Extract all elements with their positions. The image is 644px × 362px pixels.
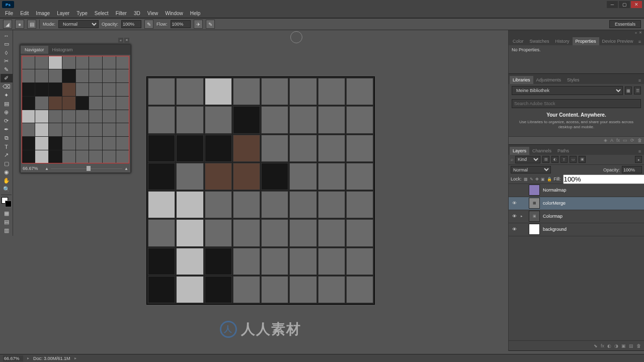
menu-window[interactable]: Window — [162, 10, 186, 17]
screenmode-0-icon[interactable]: ▦ — [1, 209, 13, 218]
lock-artboard-icon[interactable]: ▣ — [541, 175, 545, 183]
status-zoom-input[interactable] — [3, 355, 23, 361]
layer-thumbnail[interactable]: ▣ — [529, 211, 540, 222]
lock-transparent-icon[interactable]: ▩ — [524, 175, 528, 183]
tool-preset-icon[interactable]: ◢ — [3, 20, 12, 29]
opacity-input[interactable] — [121, 20, 141, 28]
navigator-viewbox[interactable] — [22, 56, 129, 163]
layer-mask-icon[interactable]: ◐ — [607, 343, 611, 348]
collapse-icon[interactable]: « — [635, 31, 637, 35]
navigator-zoom-value[interactable]: 66.67% — [23, 166, 43, 171]
layer-row-normalmap[interactable]: Normalmap — [509, 184, 644, 197]
navigator-zoom-slider[interactable] — [51, 168, 122, 169]
layer-link-icon[interactable]: ⬊ — [594, 343, 598, 348]
layer-row-colormerge[interactable]: 👁▦colorMerge — [509, 197, 644, 210]
menu-3d[interactable]: 3D — [131, 10, 143, 17]
layer-new-icon[interactable]: ▤ — [629, 343, 633, 348]
visibility-icon[interactable]: 👁 — [511, 213, 518, 220]
layer-thumbnail[interactable]: ▦ — [529, 198, 540, 209]
library-search-input[interactable] — [512, 99, 641, 108]
background-color[interactable] — [5, 201, 12, 207]
list-view-icon[interactable]: ☰ — [634, 86, 641, 95]
blur-tool-icon[interactable]: ⟳ — [1, 117, 13, 125]
flow-input[interactable] — [171, 20, 191, 28]
brush-panel-toggle-icon[interactable]: ▤ — [27, 20, 36, 29]
gradient-tool-icon[interactable]: ⊕ — [1, 108, 13, 117]
tab-adjustments[interactable]: Adjustments — [533, 76, 565, 84]
menu-type[interactable]: Type — [73, 10, 91, 17]
screenmode-2-icon[interactable]: ▥ — [1, 226, 13, 235]
grid-view-icon[interactable]: ▦ — [625, 86, 632, 95]
layer-name[interactable]: Normalmap — [543, 188, 567, 193]
fill-input[interactable] — [563, 174, 644, 184]
tab-layers[interactable]: Layers — [510, 147, 529, 155]
filter-smart-icon[interactable]: ▣ — [579, 156, 586, 163]
collapse-icon[interactable]: « — [118, 38, 123, 43]
brush-preset-icon[interactable]: ● — [15, 20, 24, 29]
panel-menu-icon[interactable]: ≡ — [636, 148, 643, 155]
pressure-size-icon[interactable]: ✎ — [206, 20, 215, 29]
brush-tool-icon[interactable]: ✐ — [1, 74, 13, 82]
lock-position-icon[interactable]: ✥ — [535, 175, 539, 183]
close-icon[interactable]: ✕ — [639, 31, 642, 35]
maximize-button[interactable]: ▢ — [619, 1, 630, 8]
layer-blend-select[interactable]: Normal — [511, 166, 551, 173]
tab-properties[interactable]: Properties — [573, 37, 599, 45]
hand-tool-icon[interactable]: ✋ — [1, 176, 13, 185]
eraser-tool-icon[interactable]: ⌫ — [1, 82, 13, 91]
close-button[interactable]: ✕ — [631, 1, 642, 8]
expand-icon[interactable]: ▸ — [521, 214, 526, 218]
pressure-opacity-icon[interactable]: ✎ — [144, 20, 153, 29]
filter-pixel-icon[interactable]: ▧ — [542, 156, 549, 163]
filter-toggle-icon[interactable]: ● — [635, 156, 642, 163]
pen-tool-icon[interactable]: ✒ — [1, 125, 13, 134]
library-select[interactable]: Meine Bibliothek — [512, 86, 623, 95]
eyedropper-tool-icon[interactable]: ✎ — [1, 65, 13, 74]
tab-device-preview[interactable]: Device Preview — [599, 37, 636, 45]
minimize-button[interactable]: ─ — [607, 1, 618, 8]
visibility-icon[interactable]: 👁 — [511, 226, 518, 233]
tab-color[interactable]: Color — [510, 37, 527, 45]
healing-tool-icon[interactable]: ✦ — [1, 91, 13, 100]
layer-thumbnail[interactable] — [529, 224, 540, 235]
workspace-switcher[interactable]: Essentials — [609, 20, 641, 28]
lock-pixels-icon[interactable]: ✎ — [530, 175, 533, 183]
tab-navigator[interactable]: Navigator — [21, 46, 48, 54]
filter-type-icon[interactable]: T — [560, 156, 568, 163]
menu-select[interactable]: Select — [92, 10, 112, 17]
tab-histogram[interactable]: Histogram — [48, 46, 77, 54]
layer-thumbnail[interactable] — [529, 185, 540, 196]
lib-add-color-icon[interactable]: ▭ — [623, 138, 627, 143]
layer-adjust-icon[interactable]: ◑ — [614, 343, 618, 348]
lib-sync-icon[interactable]: ⟳ — [630, 138, 634, 143]
menu-image[interactable]: Image — [33, 10, 53, 17]
tab-history[interactable]: History — [552, 37, 573, 45]
filter-kind-select[interactable]: Kind — [515, 156, 540, 163]
screenmode-1-icon[interactable]: ▤ — [1, 218, 13, 226]
layer-opacity-input[interactable] — [622, 166, 642, 173]
lasso-tool-icon[interactable]: ◊ — [1, 48, 13, 57]
status-more-icon[interactable]: ▸ — [74, 356, 76, 360]
navigator-preview[interactable] — [22, 56, 129, 163]
color-swatches[interactable] — [2, 197, 12, 207]
shape-tool-icon[interactable]: ▢ — [1, 159, 13, 168]
document-canvas[interactable] — [146, 76, 375, 305]
status-arrow-icon[interactable]: ▸ — [27, 356, 29, 360]
move-tool-icon[interactable]: ↔ — [1, 31, 13, 40]
tab-styles[interactable]: Styles — [564, 76, 583, 84]
lib-add-char-icon[interactable]: A — [610, 138, 613, 143]
layer-name[interactable]: Colormap — [543, 214, 562, 219]
clone-tool-icon[interactable]: ▤ — [1, 100, 13, 108]
tab-channels[interactable]: Channels — [529, 147, 554, 155]
panel-menu-icon[interactable]: ≡ — [636, 38, 643, 45]
layer-row-colormap[interactable]: 👁▸▣Colormap — [509, 210, 644, 223]
menu-file[interactable]: File — [2, 10, 16, 17]
layer-group-icon[interactable]: ▣ — [621, 343, 626, 348]
layer-name[interactable]: colorMerge — [543, 201, 566, 206]
menu-edit[interactable]: Edit — [17, 10, 32, 17]
zoom-tool-icon[interactable]: 🔍 — [1, 185, 13, 194]
lib-add-layer-icon[interactable]: fx — [616, 138, 620, 143]
layer-fx-icon[interactable]: fx — [601, 343, 604, 348]
filter-adjust-icon[interactable]: ◐ — [551, 156, 558, 163]
dodge-tool-icon[interactable]: ◉ — [1, 168, 13, 176]
